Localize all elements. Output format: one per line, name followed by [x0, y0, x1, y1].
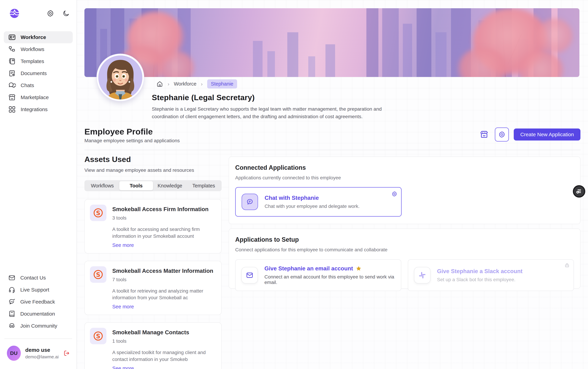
tab-templates[interactable]: Templates: [187, 181, 221, 190]
breadcrumb: › Workforce › Stephanie: [156, 79, 237, 89]
page-title: Employee Profile: [84, 127, 153, 136]
see-more-link[interactable]: See more: [112, 304, 134, 309]
email-card-title[interactable]: Give Stephanie an email account: [264, 265, 353, 272]
mail-icon: [8, 274, 15, 281]
settings-icon[interactable]: [47, 10, 54, 17]
user-name: demo use: [25, 347, 59, 353]
workflow-icon: [8, 46, 16, 53]
assets-used-section: Assets Used View and manage employee ass…: [84, 155, 222, 369]
see-more-link[interactable]: See more: [112, 242, 134, 248]
chat-with-stephanie-card[interactable]: Chat with Stephanie Chat with your emplo…: [235, 187, 402, 217]
sidebar-item-label: Integrations: [21, 106, 48, 112]
tool-name: Smokeball Access Firm Information: [112, 206, 215, 213]
email-setup-card[interactable]: Give Stephanie an email account Connect …: [235, 259, 401, 291]
tool-description: A toolkit for retrieving and analyzing m…: [112, 287, 215, 301]
logout-icon[interactable]: [63, 349, 70, 357]
sidebar-item-label: Documentation: [20, 311, 55, 317]
user-email: demo@lawme.ai: [25, 354, 59, 359]
sidebar-item-give-feedback[interactable]: Give Feedback: [4, 296, 73, 308]
sidebar-nav: Workforce Workflows Templates Documents …: [0, 31, 76, 115]
chat-card-title[interactable]: Chat with Stephanie: [265, 195, 360, 201]
sidebar-item-marketplace[interactable]: Marketplace: [4, 91, 73, 103]
setup-title: Applications to Setup: [235, 236, 574, 243]
user-account[interactable]: DU demo use demo@lawme.ai: [0, 339, 76, 369]
home-icon[interactable]: [156, 81, 163, 87]
slack-card-description: Set up a Slack bot for this employee.: [437, 277, 523, 282]
sidebar-item-label: Join Community: [20, 323, 57, 329]
feedback-icon: [8, 298, 15, 306]
sidebar-item-label: Marketplace: [21, 94, 49, 100]
chevron-right-icon: ›: [168, 81, 169, 87]
tool-description: A specialized toolkit for managing clien…: [112, 349, 215, 363]
task-panel-toggle-button[interactable]: [573, 185, 585, 197]
tab-tools[interactable]: Tools: [119, 181, 153, 190]
sidebar-item-integrations[interactable]: Integrations: [4, 103, 73, 115]
breadcrumb-workforce[interactable]: Workforce: [174, 81, 197, 87]
tool-count: 3 tools: [112, 215, 215, 221]
id-card-icon: [8, 33, 16, 41]
book-icon: [8, 310, 15, 318]
sidebar-header: [0, 0, 76, 19]
smokeball-icon: S: [90, 328, 106, 344]
lock-icon: [564, 263, 570, 268]
employee-description: Stephanie is a Legal Secretary who suppo…: [152, 105, 405, 120]
marketplace-icon[interactable]: [478, 129, 490, 140]
sidebar-item-live-support[interactable]: Live Support: [4, 284, 73, 296]
chevron-right-icon: ›: [201, 81, 203, 87]
slack-setup-card[interactable]: Give Stephanie a Slack account Set up a …: [408, 259, 574, 291]
chat-settings-icon[interactable]: [391, 191, 397, 197]
sidebar: Workforce Workflows Templates Documents …: [0, 0, 77, 369]
tool-description: A toolkit for accessing and searching fi…: [112, 226, 215, 240]
grid-icon: [8, 106, 16, 113]
sidebar-footer-nav: Contact Us Live Support Give Feedback Do…: [0, 272, 76, 332]
tool-name: Smokeball Access Matter Information: [112, 268, 215, 274]
tool-card: S Smokeball Manage Contacts 1 tools A sp…: [84, 322, 222, 369]
document-icon: [8, 70, 16, 77]
sidebar-item-chats[interactable]: Chats: [4, 79, 73, 91]
sidebar-item-join-community[interactable]: Join Community: [4, 320, 73, 332]
connected-subtitle: Applications currently connected to this…: [235, 175, 574, 181]
sidebar-item-label: Templates: [21, 58, 44, 64]
create-new-application-button[interactable]: Create New Application: [514, 129, 580, 141]
chat-bubble-icon: [242, 194, 258, 210]
tab-knowledge[interactable]: Knowledge: [153, 181, 187, 190]
user-avatar: DU: [7, 346, 21, 361]
slack-card-title[interactable]: Give Stephanie a Slack account: [437, 268, 523, 275]
page-subtitle: Manage employee settings and application…: [84, 138, 180, 144]
slack-icon: [414, 267, 430, 283]
svg-text:S: S: [96, 210, 100, 216]
tool-card: S Smokeball Access Firm Information 3 to…: [84, 199, 222, 254]
chat-card-description: Chat with your employee and delegate wor…: [265, 204, 360, 209]
email-card-description: Connect an email account for this employ…: [264, 274, 395, 285]
profile-settings-button[interactable]: [495, 127, 509, 142]
sidebar-item-label: Give Feedback: [20, 299, 55, 305]
sidebar-item-documents[interactable]: Documents: [4, 67, 73, 79]
applications-to-setup-section: Applications to Setup Connect applicatio…: [229, 228, 580, 289]
profile-banner-image: [84, 8, 579, 77]
email-icon: [242, 267, 258, 283]
headset-icon: [8, 286, 15, 293]
tab-workflows[interactable]: Workflows: [85, 181, 119, 190]
sidebar-item-label: Workforce: [21, 34, 46, 40]
sidebar-item-documentation[interactable]: Documentation: [4, 308, 73, 320]
templates-icon: [8, 58, 16, 65]
dark-mode-icon[interactable]: [63, 10, 70, 17]
smokeball-icon: S: [90, 205, 106, 221]
sidebar-item-templates[interactable]: Templates: [4, 55, 73, 67]
sidebar-item-label: Workflows: [21, 46, 44, 52]
connected-applications-section: Connected Applications Applications curr…: [229, 156, 580, 224]
connected-title: Connected Applications: [235, 164, 574, 171]
sidebar-item-workflows[interactable]: Workflows: [4, 43, 73, 55]
sidebar-item-workforce[interactable]: Workforce: [4, 31, 73, 43]
sidebar-item-contact-us[interactable]: Contact Us: [4, 272, 73, 284]
tool-count: 7 tools: [112, 277, 215, 282]
tool-count: 1 tools: [112, 338, 215, 344]
app-logo[interactable]: [9, 8, 20, 19]
tool-name: Smokeball Manage Contacts: [112, 329, 215, 336]
sidebar-item-label: Documents: [21, 71, 47, 76]
assets-title: Assets Used: [84, 155, 222, 164]
gear-icon: [498, 131, 505, 138]
sidebar-item-label: Chats: [21, 82, 34, 88]
smokeball-icon: S: [90, 266, 106, 283]
see-more-link[interactable]: See more: [112, 366, 134, 369]
